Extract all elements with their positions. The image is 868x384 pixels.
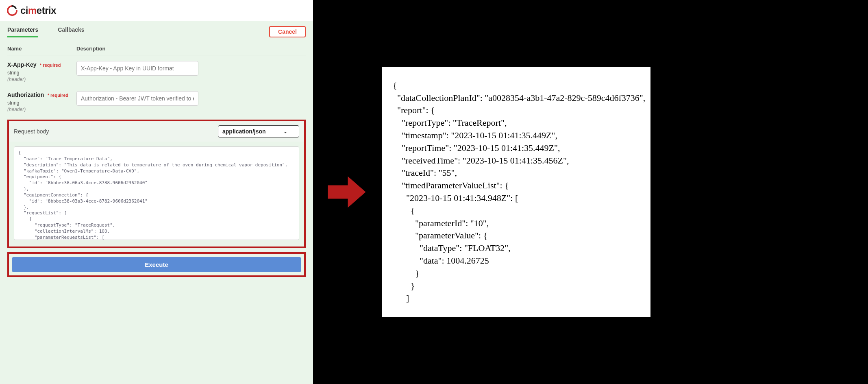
- required-mark: * required: [48, 93, 68, 98]
- param-label-xappkey: X-App-Key: [7, 61, 37, 68]
- tabs: Parameters Callbacks: [7, 26, 85, 37]
- request-body-editor[interactable]: [14, 146, 299, 240]
- param-meta-xappkey: X-App-Key * required string (header): [7, 61, 76, 82]
- request-body-header: Request body application/json ⌄: [9, 121, 304, 142]
- param-location-authorization: (header): [7, 107, 76, 112]
- api-body: Parameters Callbacks Cancel Name Descrip…: [0, 21, 313, 384]
- tab-callbacks[interactable]: Callbacks: [58, 26, 84, 37]
- required-mark: * required: [40, 63, 61, 68]
- param-label-authorization: Authorization: [7, 92, 44, 98]
- report-json: { "dataCollectionPlanId": "a0028354-a3b1…: [382, 67, 650, 317]
- request-body-label: Request body: [14, 128, 49, 135]
- param-type-authorization: string: [7, 100, 76, 106]
- brand-name: cimetrix: [20, 5, 56, 16]
- request-body-highlight: Request body application/json ⌄: [7, 120, 306, 248]
- tab-parameters[interactable]: Parameters: [7, 26, 38, 37]
- brand-logo-icon: [7, 5, 18, 16]
- content-type-value: application/json: [222, 128, 266, 135]
- api-panel: cimetrix Parameters Callbacks Cancel Nam…: [0, 0, 313, 384]
- tabs-row: Parameters Callbacks Cancel: [7, 21, 306, 37]
- xappkey-input[interactable]: [76, 61, 198, 76]
- arrow-area: [313, 0, 378, 384]
- brand-logo: cimetrix: [7, 5, 56, 16]
- svg-marker-0: [328, 177, 366, 208]
- cancel-button[interactable]: Cancel: [269, 26, 306, 37]
- report-panel: { "dataCollectionPlanId": "a0028354-a3b1…: [378, 0, 868, 384]
- execute-highlight: Execute: [7, 252, 306, 277]
- param-row-xappkey: X-App-Key * required string (header): [7, 55, 306, 85]
- param-type-xappkey: string: [7, 70, 76, 76]
- request-body-editor-wrap: [9, 142, 304, 247]
- param-row-authorization: Authorization * required string (header): [7, 85, 306, 116]
- chevron-down-icon: ⌄: [283, 129, 287, 134]
- content-type-select[interactable]: application/json ⌄: [218, 125, 299, 137]
- param-meta-authorization: Authorization * required string (header): [7, 91, 76, 112]
- execute-button[interactable]: Execute: [12, 257, 301, 272]
- brand-bar: cimetrix: [0, 0, 313, 21]
- param-location-xappkey: (header): [7, 76, 76, 82]
- authorization-input[interactable]: [76, 91, 198, 106]
- arrow-right-icon: [323, 170, 368, 214]
- column-description: Description: [76, 46, 306, 52]
- column-name: Name: [7, 46, 76, 52]
- param-columns-header: Name Description: [7, 46, 306, 55]
